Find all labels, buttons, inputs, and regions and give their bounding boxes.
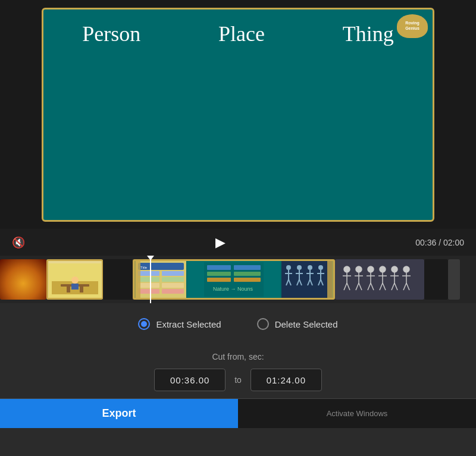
cut-from-area: Cut from, sec: 00:36.00 to 01:24.00 <box>0 345 476 398</box>
svg-rect-47 <box>338 260 421 299</box>
timeline-cursor[interactable] <box>150 256 151 303</box>
svg-rect-6 <box>71 284 79 290</box>
svg-rect-13 <box>162 277 184 282</box>
svg-rect-24 <box>234 278 261 282</box>
svg-point-53 <box>356 266 362 272</box>
play-button[interactable]: ▶ <box>215 235 226 250</box>
end-time-value: 01:24.00 <box>267 375 306 385</box>
start-time-value: 00:36.00 <box>170 375 209 385</box>
controls-bar: 🔇 ▶ 00:36 / 02:00 <box>0 229 476 256</box>
time-separator: / <box>436 238 443 247</box>
svg-rect-14 <box>138 283 159 288</box>
logo-line1: Roving <box>405 21 419 26</box>
svg-point-32 <box>297 265 302 270</box>
timeline-selected-segment[interactable]: Title <box>133 259 335 300</box>
svg-rect-20 <box>234 265 261 270</box>
export-button[interactable]: Export <box>0 399 238 428</box>
extract-selected-option[interactable]: Extract Selected <box>138 318 221 330</box>
svg-point-27 <box>286 265 291 270</box>
timeline-thumb-people[interactable] <box>335 259 424 300</box>
svg-point-68 <box>392 266 397 272</box>
svg-point-63 <box>380 266 386 272</box>
total-time: 02:00 <box>443 238 464 247</box>
delete-selected-label: Delete Selected <box>275 319 338 329</box>
timeline-thumb-partial <box>448 259 460 300</box>
selected-handle-right[interactable] <box>327 261 333 298</box>
logo-badge: Roving Genius <box>397 14 428 38</box>
svg-rect-3 <box>67 287 70 293</box>
svg-rect-16 <box>138 289 159 294</box>
timeline-container[interactable]: Title <box>0 256 476 303</box>
time-display: 00:36 / 02:00 <box>415 238 464 247</box>
svg-rect-4 <box>80 287 83 293</box>
current-time: 00:36 <box>415 238 436 247</box>
delete-selected-option[interactable]: Delete Selected <box>257 318 338 330</box>
svg-rect-15 <box>162 283 184 288</box>
svg-rect-11 <box>162 271 184 276</box>
svg-point-42 <box>318 265 323 270</box>
svg-rect-10 <box>138 271 159 276</box>
svg-rect-22 <box>234 272 261 276</box>
timeline-thumb-gap2 <box>424 259 448 300</box>
svg-point-58 <box>368 266 374 272</box>
logo-line2: Genius <box>405 26 419 31</box>
selected-thumb-right <box>281 261 332 298</box>
video-container: Person Place Thing Roving Genius <box>0 0 476 229</box>
classroom-inner <box>48 261 102 298</box>
selected-handle-left[interactable] <box>134 261 140 298</box>
svg-point-37 <box>308 265 312 270</box>
end-time-input[interactable]: 01:24.00 <box>250 369 322 391</box>
svg-rect-21 <box>207 272 231 276</box>
cut-from-label: Cut from, sec: <box>212 352 264 361</box>
svg-point-5 <box>71 276 79 284</box>
timeline-thumb-gap <box>103 259 133 300</box>
extract-radio-button[interactable] <box>138 318 150 330</box>
svg-point-48 <box>344 266 350 272</box>
svg-rect-12 <box>138 277 159 282</box>
selected-thumb-left: Title <box>136 261 186 298</box>
extract-selected-label: Extract Selected <box>156 319 221 329</box>
selected-thumb-middle: Nature → Nouns <box>187 261 280 298</box>
svg-text:Title: Title <box>140 266 148 269</box>
to-label: to <box>234 375 242 385</box>
timeline-thumb-2[interactable] <box>46 259 103 300</box>
options-area: Extract Selected Delete Selected <box>0 303 476 345</box>
svg-point-73 <box>403 266 409 272</box>
svg-text:Nature → Nouns: Nature → Nouns <box>213 286 253 292</box>
cut-from-inputs: 00:36.00 to 01:24.00 <box>154 369 322 391</box>
start-time-input[interactable]: 00:36.00 <box>154 369 226 391</box>
delete-radio-button[interactable] <box>257 318 269 330</box>
svg-rect-17 <box>162 289 184 294</box>
video-word-place: Place <box>218 21 265 46</box>
timeline-track: Title <box>0 256 476 303</box>
video-frame: Person Place Thing Roving Genius <box>42 8 434 222</box>
activate-windows: Activate Windows <box>238 399 476 428</box>
svg-rect-23 <box>207 278 231 282</box>
export-bar: Export Activate Windows <box>0 398 476 428</box>
svg-rect-19 <box>207 265 231 270</box>
volume-icon[interactable]: 🔇 <box>12 236 25 249</box>
timeline-thumb-1[interactable] <box>0 259 46 300</box>
video-word-person: Person <box>82 21 140 46</box>
video-word-thing: Thing <box>343 21 394 46</box>
